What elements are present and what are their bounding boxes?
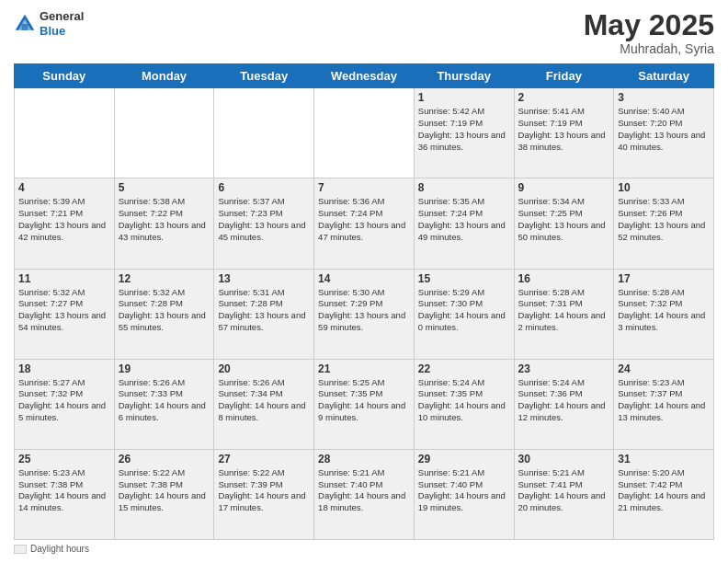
calendar-cell: 2Sunrise: 5:41 AM Sunset: 7:19 PM Daylig… bbox=[514, 88, 614, 178]
day-number: 10 bbox=[618, 181, 710, 194]
day-number: 4 bbox=[18, 181, 110, 194]
calendar-cell: 21Sunrise: 5:25 AM Sunset: 7:35 PM Dayli… bbox=[314, 359, 415, 449]
calendar-cell: 16Sunrise: 5:28 AM Sunset: 7:31 PM Dayli… bbox=[514, 269, 614, 359]
location: Muhradah, Syria bbox=[584, 41, 714, 56]
cell-info: Sunrise: 5:22 AM Sunset: 7:39 PM Dayligh… bbox=[218, 467, 310, 514]
cell-info: Sunrise: 5:33 AM Sunset: 7:26 PM Dayligh… bbox=[618, 196, 710, 243]
calendar-cell: 5Sunrise: 5:38 AM Sunset: 7:22 PM Daylig… bbox=[114, 178, 214, 269]
calendar-cell: 1Sunrise: 5:42 AM Sunset: 7:19 PM Daylig… bbox=[414, 88, 514, 178]
calendar-cell: 10Sunrise: 5:33 AM Sunset: 7:26 PM Dayli… bbox=[614, 178, 714, 269]
calendar-cell: 13Sunrise: 5:31 AM Sunset: 7:28 PM Dayli… bbox=[214, 269, 314, 359]
calendar-day-header: Monday bbox=[114, 64, 214, 88]
calendar-cell bbox=[114, 88, 214, 178]
calendar-cell: 27Sunrise: 5:22 AM Sunset: 7:39 PM Dayli… bbox=[214, 449, 314, 539]
day-number: 9 bbox=[518, 181, 610, 194]
day-number: 19 bbox=[119, 362, 210, 375]
cell-info: Sunrise: 5:34 AM Sunset: 7:25 PM Dayligh… bbox=[518, 196, 610, 243]
day-number: 28 bbox=[318, 453, 410, 465]
cell-info: Sunrise: 5:21 AM Sunset: 7:41 PM Dayligh… bbox=[518, 467, 610, 514]
cell-info: Sunrise: 5:41 AM Sunset: 7:19 PM Dayligh… bbox=[518, 106, 610, 153]
calendar-week-row: 4Sunrise: 5:39 AM Sunset: 7:21 PM Daylig… bbox=[15, 178, 714, 269]
cell-info: Sunrise: 5:30 AM Sunset: 7:29 PM Dayligh… bbox=[318, 287, 410, 334]
cell-info: Sunrise: 5:23 AM Sunset: 7:38 PM Dayligh… bbox=[18, 467, 110, 514]
calendar-day-header: Wednesday bbox=[314, 64, 415, 88]
day-number: 23 bbox=[518, 362, 610, 375]
day-number: 3 bbox=[618, 91, 710, 104]
calendar-cell: 3Sunrise: 5:40 AM Sunset: 7:20 PM Daylig… bbox=[614, 88, 714, 178]
title-block: May 2025 Muhradah, Syria bbox=[584, 9, 714, 56]
day-number: 12 bbox=[119, 272, 210, 285]
day-number: 16 bbox=[518, 272, 610, 285]
logo-icon bbox=[14, 13, 36, 35]
cell-info: Sunrise: 5:29 AM Sunset: 7:30 PM Dayligh… bbox=[418, 287, 510, 334]
cell-info: Sunrise: 5:21 AM Sunset: 7:40 PM Dayligh… bbox=[418, 467, 510, 514]
cell-info: Sunrise: 5:31 AM Sunset: 7:28 PM Dayligh… bbox=[218, 287, 310, 334]
logo-blue: Blue bbox=[40, 24, 84, 39]
cell-info: Sunrise: 5:27 AM Sunset: 7:32 PM Dayligh… bbox=[18, 377, 110, 424]
cell-info: Sunrise: 5:25 AM Sunset: 7:35 PM Dayligh… bbox=[318, 377, 410, 424]
calendar-cell: 30Sunrise: 5:21 AM Sunset: 7:41 PM Dayli… bbox=[514, 449, 614, 539]
header: General Blue May 2025 Muhradah, Syria bbox=[14, 9, 714, 56]
calendar-cell: 7Sunrise: 5:36 AM Sunset: 7:24 PM Daylig… bbox=[314, 178, 415, 269]
day-number: 11 bbox=[18, 272, 110, 285]
cell-info: Sunrise: 5:21 AM Sunset: 7:40 PM Dayligh… bbox=[318, 467, 410, 514]
cell-info: Sunrise: 5:24 AM Sunset: 7:36 PM Dayligh… bbox=[518, 377, 610, 424]
day-number: 29 bbox=[418, 453, 510, 465]
logo-text: General Blue bbox=[40, 9, 84, 38]
calendar-day-header: Saturday bbox=[614, 64, 714, 88]
cell-info: Sunrise: 5:28 AM Sunset: 7:31 PM Dayligh… bbox=[518, 287, 610, 334]
cell-info: Sunrise: 5:38 AM Sunset: 7:22 PM Dayligh… bbox=[119, 196, 210, 243]
calendar-week-row: 25Sunrise: 5:23 AM Sunset: 7:38 PM Dayli… bbox=[15, 449, 714, 539]
page: General Blue May 2025 Muhradah, Syria Su… bbox=[0, 0, 728, 563]
cell-info: Sunrise: 5:23 AM Sunset: 7:37 PM Dayligh… bbox=[618, 377, 710, 424]
calendar-cell bbox=[15, 88, 115, 178]
day-number: 2 bbox=[518, 91, 610, 104]
calendar-cell: 20Sunrise: 5:26 AM Sunset: 7:34 PM Dayli… bbox=[214, 359, 314, 449]
day-number: 14 bbox=[318, 272, 410, 285]
calendar-day-header: Friday bbox=[514, 64, 614, 88]
calendar-cell: 8Sunrise: 5:35 AM Sunset: 7:24 PM Daylig… bbox=[414, 178, 514, 269]
day-number: 24 bbox=[618, 362, 710, 375]
calendar-cell bbox=[314, 88, 415, 178]
month-year: May 2025 bbox=[584, 9, 714, 41]
footer-note: Daylight hours bbox=[14, 544, 714, 554]
cell-info: Sunrise: 5:22 AM Sunset: 7:38 PM Dayligh… bbox=[119, 467, 210, 514]
calendar-week-row: 1Sunrise: 5:42 AM Sunset: 7:19 PM Daylig… bbox=[15, 88, 714, 178]
cell-info: Sunrise: 5:28 AM Sunset: 7:32 PM Dayligh… bbox=[618, 287, 710, 334]
day-number: 26 bbox=[119, 453, 210, 465]
cell-info: Sunrise: 5:40 AM Sunset: 7:20 PM Dayligh… bbox=[618, 106, 710, 153]
calendar-header-row: SundayMondayTuesdayWednesdayThursdayFrid… bbox=[15, 64, 714, 88]
day-number: 17 bbox=[618, 272, 710, 285]
cell-info: Sunrise: 5:36 AM Sunset: 7:24 PM Dayligh… bbox=[318, 196, 410, 243]
calendar-cell: 12Sunrise: 5:32 AM Sunset: 7:28 PM Dayli… bbox=[114, 269, 214, 359]
day-number: 27 bbox=[218, 453, 310, 465]
calendar-cell: 18Sunrise: 5:27 AM Sunset: 7:32 PM Dayli… bbox=[15, 359, 115, 449]
day-number: 20 bbox=[218, 362, 310, 375]
calendar-cell: 6Sunrise: 5:37 AM Sunset: 7:23 PM Daylig… bbox=[214, 178, 314, 269]
cell-info: Sunrise: 5:20 AM Sunset: 7:42 PM Dayligh… bbox=[618, 467, 710, 514]
calendar-week-row: 18Sunrise: 5:27 AM Sunset: 7:32 PM Dayli… bbox=[15, 359, 714, 449]
calendar-table: SundayMondayTuesdayWednesdayThursdayFrid… bbox=[14, 63, 714, 540]
calendar-cell: 14Sunrise: 5:30 AM Sunset: 7:29 PM Dayli… bbox=[314, 269, 415, 359]
calendar-cell: 23Sunrise: 5:24 AM Sunset: 7:36 PM Dayli… bbox=[514, 359, 614, 449]
daylight-label: Daylight hours bbox=[30, 544, 89, 554]
cell-info: Sunrise: 5:37 AM Sunset: 7:23 PM Dayligh… bbox=[218, 196, 310, 243]
cell-info: Sunrise: 5:32 AM Sunset: 7:27 PM Dayligh… bbox=[18, 287, 110, 334]
calendar-cell: 28Sunrise: 5:21 AM Sunset: 7:40 PM Dayli… bbox=[314, 449, 415, 539]
svg-rect-2 bbox=[22, 24, 28, 30]
calendar-cell: 26Sunrise: 5:22 AM Sunset: 7:38 PM Dayli… bbox=[114, 449, 214, 539]
calendar-cell: 22Sunrise: 5:24 AM Sunset: 7:35 PM Dayli… bbox=[414, 359, 514, 449]
day-number: 7 bbox=[318, 181, 410, 194]
day-number: 31 bbox=[618, 453, 710, 465]
cell-info: Sunrise: 5:42 AM Sunset: 7:19 PM Dayligh… bbox=[418, 106, 510, 153]
calendar-cell: 31Sunrise: 5:20 AM Sunset: 7:42 PM Dayli… bbox=[614, 449, 714, 539]
cell-info: Sunrise: 5:24 AM Sunset: 7:35 PM Dayligh… bbox=[418, 377, 510, 424]
calendar-cell: 29Sunrise: 5:21 AM Sunset: 7:40 PM Dayli… bbox=[414, 449, 514, 539]
calendar-cell: 15Sunrise: 5:29 AM Sunset: 7:30 PM Dayli… bbox=[414, 269, 514, 359]
calendar-day-header: Tuesday bbox=[214, 64, 314, 88]
day-number: 6 bbox=[218, 181, 310, 194]
cell-info: Sunrise: 5:26 AM Sunset: 7:33 PM Dayligh… bbox=[119, 377, 210, 424]
cell-info: Sunrise: 5:32 AM Sunset: 7:28 PM Dayligh… bbox=[119, 287, 210, 334]
logo: General Blue bbox=[14, 9, 84, 38]
calendar-cell: 24Sunrise: 5:23 AM Sunset: 7:37 PM Dayli… bbox=[614, 359, 714, 449]
